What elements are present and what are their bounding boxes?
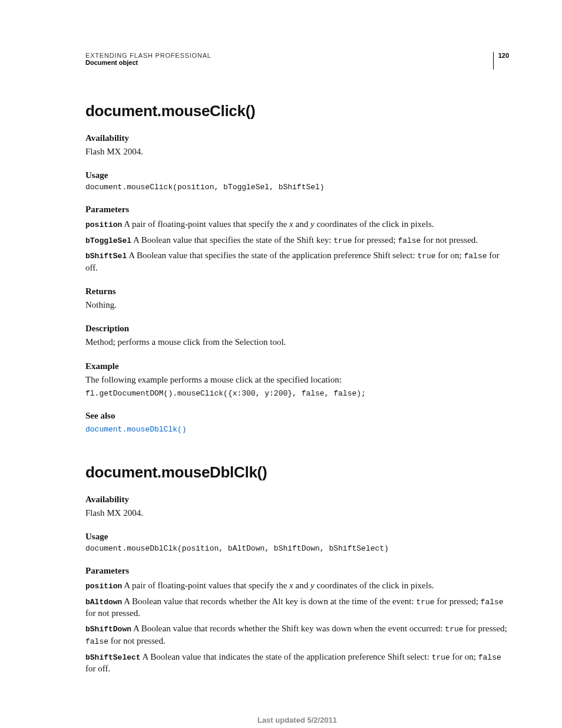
see-also-link[interactable]: document.mouseDblClk()	[85, 425, 187, 434]
text: and	[293, 581, 310, 590]
param-bshiftselect: bShiftSelect A Boolean value that indica…	[85, 651, 509, 675]
text: for not pressed.	[85, 608, 140, 618]
param-btogglesel: bToggleSel A Boolean value that specifie…	[85, 234, 509, 246]
italic-x: x	[289, 219, 293, 229]
usage-code: document.mouseDblClk(position, bAltDown,…	[85, 544, 509, 553]
code-inline: true	[333, 236, 352, 245]
italic-y: y	[310, 219, 315, 229]
text: A pair of floating-point values that spe…	[122, 219, 289, 229]
text: A Boolean value that specifies the state…	[131, 235, 333, 245]
example-text: The following example performs a mouse c…	[85, 374, 509, 386]
italic-x: x	[289, 581, 293, 590]
param-name: bShiftSel	[85, 252, 127, 261]
returns-heading: Returns	[85, 286, 509, 297]
footer-last-updated: Last updated 5/2/2011	[85, 716, 509, 724]
code-inline: false	[464, 252, 487, 261]
param-name: bAltdown	[85, 598, 122, 607]
usage-heading: Usage	[85, 532, 509, 542]
text: for on;	[450, 652, 478, 661]
example-code: fl.getDocumentDOM().mouseClick({x:300, y…	[85, 389, 509, 398]
text: A Boolean value that indicates the state…	[141, 652, 432, 661]
param-name: position	[85, 220, 122, 229]
code-inline: false	[481, 598, 504, 607]
page-number-wrap: 120	[491, 52, 509, 70]
param-position: position A pair of floating-point values…	[85, 579, 509, 592]
text: A Boolean value that specifies the state…	[127, 251, 417, 260]
param-bshiftdown: bShiftDown A Boolean value that records …	[85, 622, 509, 647]
returns-text: Nothing.	[85, 299, 509, 311]
availability-text: Flash MX 2004.	[85, 146, 509, 157]
code-inline: true	[445, 625, 463, 634]
page-number: 120	[494, 52, 509, 70]
text: A Boolean value that records whether the…	[131, 624, 445, 633]
section-label: Document object	[85, 59, 211, 66]
code-inline: false	[398, 236, 421, 245]
code-inline: true	[416, 598, 434, 607]
text: for off.	[85, 664, 110, 673]
see-also-heading: See also	[85, 411, 509, 421]
param-baltdown: bAltdown A Boolean value that records wh…	[85, 595, 509, 620]
param-name: position	[85, 582, 122, 591]
param-name: bShiftDown	[85, 625, 131, 634]
description-text: Method; performs a mouse click from the …	[85, 336, 509, 348]
text: for pressed;	[464, 624, 507, 633]
method-title-mousedblclk: document.mouseDblClk()	[85, 463, 509, 482]
text: for pressed;	[435, 597, 481, 606]
availability-text: Flash MX 2004.	[85, 507, 509, 519]
usage-heading: Usage	[85, 170, 509, 180]
text: for pressed;	[352, 235, 398, 245]
code-inline: true	[417, 252, 435, 261]
param-name: bShiftSelect	[85, 653, 141, 662]
text: coordinates of the click in pixels.	[315, 581, 434, 590]
italic-y: y	[310, 581, 315, 590]
availability-heading: Availability	[85, 133, 509, 143]
description-heading: Description	[85, 324, 509, 334]
usage-code: document.mouseClick(position, bToggleSel…	[85, 183, 509, 192]
text: coordinates of the click in pixels.	[315, 219, 434, 229]
text: for not pressed.	[108, 636, 166, 645]
availability-heading: Availability	[85, 495, 509, 505]
text: A Boolean value that records whether the…	[122, 597, 416, 606]
code-inline: true	[432, 653, 450, 662]
code-inline: false	[478, 653, 501, 662]
text: A pair of floating-point values that spe…	[122, 581, 289, 590]
code-inline: false	[85, 637, 108, 646]
parameters-heading: Parameters	[85, 566, 509, 576]
param-name: bToggleSel	[85, 236, 131, 245]
parameters-heading: Parameters	[85, 205, 509, 215]
param-bshiftsel: bShiftSel A Boolean value that specifies…	[85, 249, 509, 274]
method-title-mouseclick: document.mouseClick()	[85, 102, 509, 120]
text: for not pressed.	[421, 235, 478, 245]
text: and	[293, 219, 310, 229]
example-heading: Example	[85, 361, 509, 371]
param-position: position A pair of floating-point values…	[85, 218, 509, 230]
running-head: EXTENDING FLASH PROFESSIONAL	[85, 52, 211, 59]
text: for on;	[436, 251, 464, 260]
